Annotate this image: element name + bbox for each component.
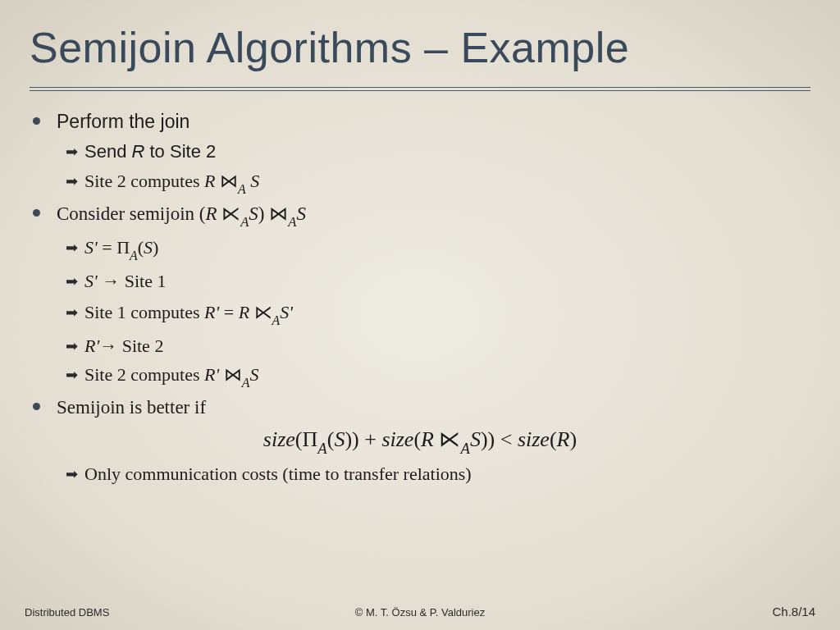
formula: size(ΠA(S)) + size(R ⋉AS)) < size(R) [30, 425, 810, 456]
bullet-2-sub-4-text: R'→ Site 2 [84, 334, 163, 358]
arrow-icon: ➡ [66, 304, 78, 322]
arrow-icon: ➡ [66, 172, 78, 190]
bullet-2-sub-1: ➡ S' = ΠA(S) [66, 235, 810, 262]
bullet-2-sub-5: ➡ Site 2 computes R' ⋈AS [66, 363, 810, 390]
arrow-icon: ➡ [66, 337, 78, 355]
bullet-1-sub-2-text: Site 2 computes R ⋈A S [84, 169, 259, 196]
slide-content: Perform the join ➡ Send R to Site 2 ➡ Si… [30, 109, 810, 486]
footer-right: Ch.8/14 [772, 605, 815, 619]
slide: Semijoin Algorithms – Example Perform th… [0, 0, 840, 630]
bullet-3-sub-1: ➡ Only communication costs (time to tran… [66, 462, 810, 486]
bullet-1-sub-1-text: Send R to Site 2 [84, 139, 216, 164]
bullet-1-sub-1: ➡ Send R to Site 2 [66, 139, 810, 164]
bullet-2-text: Consider semijoin (R ⋉AS) ⋈AS [57, 201, 810, 230]
slide-footer: Distributed DBMS © M. T. Özsu & P. Valdu… [0, 605, 840, 619]
slide-title: Semijoin Algorithms – Example [30, 23, 810, 72]
bullet-icon [33, 403, 40, 410]
bullet-3-sub-1-text: Only communication costs (time to transf… [84, 462, 472, 486]
bullet-2-sub-3-text: Site 1 computes R' = R ⋉AS' [84, 300, 293, 327]
arrow-icon: ➡ [66, 272, 78, 290]
footer-left: Distributed DBMS [25, 606, 109, 619]
bullet-3-text: Semijoin is better if [57, 395, 810, 420]
bullet-1: Perform the join [30, 109, 810, 135]
bullet-icon [33, 209, 40, 217]
title-divider [30, 87, 810, 91]
bullet-1-text: Perform the join [57, 109, 810, 135]
bullet-icon [33, 117, 40, 125]
bullet-2: Consider semijoin (R ⋉AS) ⋈AS [30, 201, 810, 230]
arrow-icon: ➡ [66, 143, 78, 161]
footer-center: © M. T. Özsu & P. Valduriez [355, 606, 485, 619]
arrow-icon: ➡ [66, 239, 78, 257]
bullet-2-sub-4: ➡ R'→ Site 2 [66, 334, 810, 358]
arrow-icon: ➡ [66, 465, 78, 483]
bullet-2-sub-1-text: S' = ΠA(S) [84, 235, 158, 262]
bullet-2-sub-3: ➡ Site 1 computes R' = R ⋉AS' [66, 300, 810, 327]
bullet-2-sub-2-text: S' → Site 1 [84, 269, 166, 294]
bullet-2-sub-5-text: Site 2 computes R' ⋈AS [84, 363, 258, 390]
bullet-3: Semijoin is better if [30, 395, 810, 420]
arrow-icon: ➡ [66, 366, 78, 384]
bullet-1-sub-2: ➡ Site 2 computes R ⋈A S [66, 169, 810, 196]
bullet-2-sub-2: ➡ S' → Site 1 [66, 269, 810, 294]
